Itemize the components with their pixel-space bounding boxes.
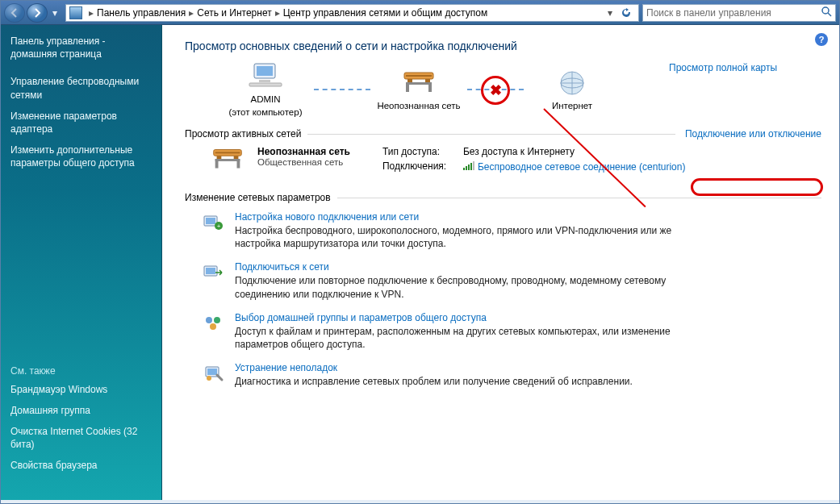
task-desc: Подключение или повторное подключение к … [235, 274, 687, 300]
network-map: ADMIN (этот компьютер) Неопознанная сеть… [217, 62, 621, 117]
see-also-item[interactable]: Свойства браузера [10, 459, 152, 472]
see-also-item[interactable]: Брандмауэр Windows [10, 383, 152, 396]
access-type-label: Тип доступа: [382, 146, 463, 157]
svg-point-27 [206, 317, 212, 323]
arrow-right-icon [32, 8, 42, 18]
svg-rect-3 [259, 80, 270, 82]
control-panel-icon [69, 6, 82, 19]
help-button[interactable]: ? [815, 33, 828, 46]
troubleshoot-icon [201, 362, 227, 385]
back-button[interactable] [4, 3, 25, 23]
see-also-item[interactable]: Домашняя группа [10, 404, 152, 417]
svg-rect-7 [407, 79, 412, 82]
task-new-connection[interactable]: Настройка нового подключения или сети [235, 211, 687, 223]
svg-point-32 [207, 376, 211, 381]
access-type-value: Без доступа к Интернету [463, 146, 575, 157]
svg-text:+: + [217, 223, 221, 230]
connect-network-icon [201, 261, 227, 284]
chevron-right-icon: ▸ [275, 7, 280, 19]
svg-rect-20 [215, 159, 240, 161]
task-desc: Доступ к файлам и принтерам, расположенн… [235, 325, 687, 351]
svg-rect-2 [257, 66, 273, 76]
svg-rect-11 [406, 82, 432, 85]
chevron-right-icon: ▸ [89, 7, 94, 19]
refresh-button[interactable] [617, 5, 635, 21]
breadcrumb-seg1[interactable]: Панель управления [97, 7, 186, 19]
refresh-icon [621, 7, 632, 19]
svg-rect-22 [206, 218, 215, 224]
task-homegroup[interactable]: Выбор домашней группы и параметров общег… [235, 312, 687, 323]
node-label: Интернет [552, 101, 592, 110]
section-change-settings: Изменение сетевых параметров [185, 192, 331, 203]
network-node-internet[interactable]: Интернет [524, 69, 621, 110]
globe-icon [553, 69, 591, 98]
svg-point-28 [214, 317, 220, 323]
svg-point-0 [822, 7, 829, 14]
svg-rect-17 [234, 156, 239, 159]
connection-name: Беспроводное сетевое соединение (centuri… [478, 161, 686, 173]
task-desc: Настройка беспроводного, широкополосного… [235, 224, 687, 250]
network-link-ok [314, 89, 370, 90]
divider [307, 134, 675, 135]
sidebar-item[interactable]: Изменение параметров адаптера [10, 110, 152, 135]
task-desc: Диагностика и исправление сетевых пробле… [235, 375, 633, 388]
svg-rect-6 [406, 75, 432, 77]
svg-rect-15 [215, 152, 240, 153]
search-icon [821, 6, 832, 19]
bench-icon [399, 69, 438, 98]
breadcrumb-dropdown[interactable]: ▾ [603, 7, 617, 19]
section-active-networks: Просмотр активных сетей [185, 128, 301, 140]
sidebar-home[interactable]: Панель управления - домашняя страница [10, 35, 152, 60]
svg-rect-26 [206, 268, 215, 274]
connection-link[interactable]: Беспроводное сетевое соединение (centuri… [463, 160, 686, 173]
computer-icon [246, 62, 285, 91]
connect-disconnect-link[interactable]: Подключение или отключение [685, 128, 821, 140]
content-panel: ? Просмотр основных сведений о сети и на… [162, 25, 839, 500]
homegroup-icon [201, 312, 227, 335]
node-sublabel: (этот компьютер) [228, 107, 302, 117]
see-also-item[interactable]: Очистка Internet Cookies (32 бита) [10, 425, 152, 451]
node-label: ADMIN [250, 94, 280, 104]
svg-point-29 [210, 323, 216, 330]
svg-rect-4 [249, 83, 282, 86]
new-connection-icon: + [201, 211, 227, 234]
see-also-title: См. также [10, 365, 152, 377]
sidebar: Панель управления - домашняя страница Уп… [1, 25, 162, 500]
svg-rect-31 [207, 369, 217, 375]
task-troubleshoot[interactable]: Устранение неполадок [235, 362, 633, 373]
breadcrumb-seg2[interactable]: Сеть и Интернет [197, 7, 271, 19]
network-link-broken[interactable]: ✖ [467, 89, 524, 90]
connections-label: Подключения: [382, 160, 463, 172]
search-placeholder: Поиск в панели управления [646, 7, 771, 19]
page-title: Просмотр основных сведений о сети и наст… [185, 40, 821, 52]
x-icon: ✖ [487, 82, 504, 98]
address-bar: ▾ ▸ Панель управления ▸ Сеть и Интернет … [1, 1, 839, 25]
chevron-right-icon: ▸ [189, 7, 194, 19]
active-network-kind[interactable]: Общественная сеть [257, 157, 350, 167]
full-map-link[interactable]: Просмотр полной карты [669, 62, 777, 73]
search-box[interactable]: Поиск в панели управления [642, 4, 836, 22]
node-label: Неопознанная сеть [377, 101, 460, 110]
history-dropdown[interactable]: ▾ [49, 5, 61, 21]
bench-icon [209, 146, 246, 173]
network-node-computer[interactable]: ADMIN (этот компьютер) [217, 62, 314, 117]
arrow-left-icon [10, 8, 19, 18]
divider [337, 198, 821, 198]
signal-icon [463, 160, 474, 170]
sidebar-item[interactable]: Изменить дополнительные параметры общего… [10, 144, 152, 169]
sidebar-item[interactable]: Управление беспроводными сетями [10, 75, 152, 101]
svg-rect-8 [425, 79, 430, 82]
breadcrumb-seg3[interactable]: Центр управления сетями и общим доступом [283, 7, 488, 19]
status-bar [1, 500, 839, 503]
task-connect-network[interactable]: Подключиться к сети [235, 261, 687, 273]
network-node-unknown[interactable]: Неопознанная сеть [370, 69, 467, 110]
svg-rect-16 [217, 156, 222, 159]
breadcrumb-bar[interactable]: ▸ Панель управления ▸ Сеть и Интернет ▸ … [65, 4, 639, 22]
forward-button[interactable] [27, 3, 48, 23]
active-network-name: Неопознанная сеть [257, 146, 350, 157]
